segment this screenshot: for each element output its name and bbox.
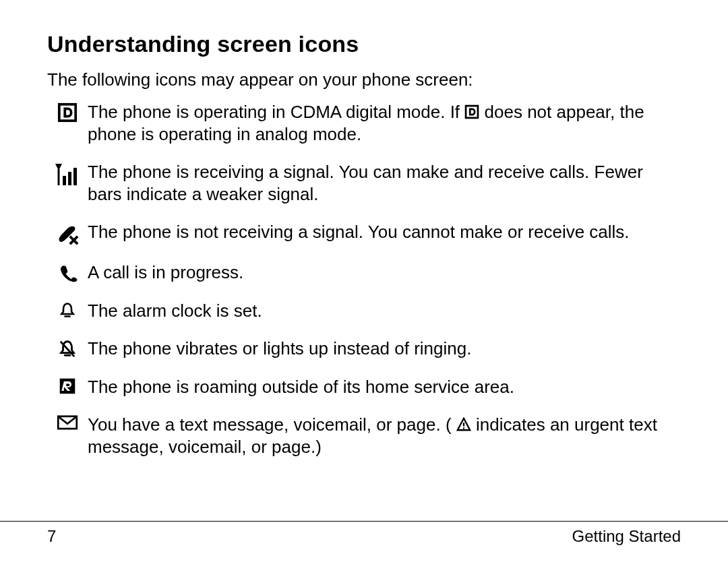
call-icon	[47, 261, 88, 283]
legend-text: You have a text message, voicemail, or p…	[88, 414, 681, 458]
page-footer: 7 Getting Started	[0, 521, 728, 546]
legend-text: The phone is operating in CDMA digital m…	[88, 101, 681, 145]
vibrate-icon	[47, 338, 88, 358]
section-label: Getting Started	[572, 527, 681, 546]
urgent-icon	[456, 417, 471, 432]
legend-item-no-signal: The phone is not receiving a signal. You…	[47, 221, 681, 245]
legend-text: The phone vibrates or lights up instead …	[88, 338, 681, 360]
icon-legend-list: The phone is operating in CDMA digital m…	[47, 101, 681, 458]
legend-item-message: You have a text message, voicemail, or p…	[47, 414, 681, 458]
page: Understanding screen icons The following…	[0, 0, 728, 562]
legend-text: The phone is roaming outside of its home…	[88, 376, 681, 398]
legend-item-vibrate: The phone vibrates or lights up instead …	[47, 338, 681, 360]
legend-item-signal: The phone is receiving a signal. You can…	[47, 161, 681, 205]
text-before: You have a text message, voicemail, or p…	[88, 414, 452, 435]
legend-item-call: A call is in progress.	[47, 261, 681, 284]
legend-item-roaming: The phone is roaming outside of its home…	[47, 376, 681, 398]
legend-text: The alarm clock is set.	[88, 300, 681, 322]
legend-text: The phone is not receiving a signal. You…	[88, 221, 681, 243]
roaming-icon	[47, 376, 88, 395]
signal-icon	[47, 161, 88, 187]
page-number: 7	[47, 527, 56, 546]
alarm-icon	[47, 300, 88, 319]
legend-text: A call is in progress.	[88, 261, 681, 284]
legend-item-digital-mode: The phone is operating in CDMA digital m…	[47, 101, 681, 145]
intro-text: The following icons may appear on your p…	[47, 69, 681, 90]
text-before: The phone is operating in CDMA digital m…	[88, 102, 464, 122]
message-icon	[47, 414, 88, 430]
digital-mode-small-icon	[464, 104, 479, 119]
digital-mode-icon	[47, 101, 88, 123]
no-signal-icon	[47, 221, 88, 245]
legend-text: The phone is receiving a signal. You can…	[88, 161, 681, 205]
page-title: Understanding screen icons	[47, 31, 681, 57]
legend-item-alarm: The alarm clock is set.	[47, 300, 681, 322]
